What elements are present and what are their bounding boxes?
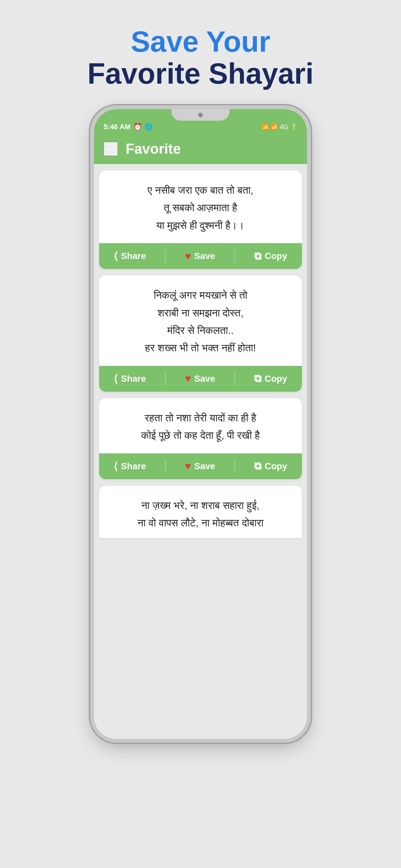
battery-icon: 🔋	[290, 123, 297, 130]
status-bar: 5:46 AM ⏰ 🌐 📶 📶 4G 🔋	[94, 109, 307, 135]
copy-button-2[interactable]: ⧉ Copy	[254, 373, 287, 384]
share-button-1[interactable]: ⟨ Share	[114, 250, 146, 262]
app-content: ए नसीब जरा एक बात तो बता, तू सबको आज़मात…	[94, 164, 307, 739]
alarm-icon: ⏰	[133, 123, 142, 131]
divider3	[165, 372, 166, 385]
shayari-actions-2: ⟨ Share ♥ Save ⧉ Copy	[99, 366, 302, 392]
status-right: 📶 📶 4G 🔋	[261, 123, 297, 131]
header-title: Favorite	[126, 141, 181, 157]
copy-button-1[interactable]: ⧉ Copy	[254, 250, 287, 262]
divider4	[235, 372, 235, 385]
shayari-text-4: ना ज़ख्म भरे, ना शराब सहारा हुई, ना वो व…	[99, 486, 302, 538]
share-button-3[interactable]: ⟨ Share	[114, 460, 146, 472]
heart-icon-1: ♥	[185, 250, 191, 262]
save-label-1: Save	[194, 251, 215, 261]
shayari-card-3: रहता तो नशा तेरी यादों का ही है कोई पूछे…	[99, 398, 302, 479]
share-label-1: Share	[121, 251, 146, 261]
notch	[172, 109, 229, 121]
copy-button-3[interactable]: ⧉ Copy	[254, 460, 287, 472]
shayari-text-1: ए नसीब जरा एक बात तो बता, तू सबको आज़मात…	[99, 170, 302, 243]
status-left: 5:46 AM ⏰ 🌐	[104, 123, 153, 131]
wifi-icon: 🌐	[145, 123, 153, 131]
copy-icon-3: ⧉	[254, 460, 261, 472]
share-label-2: Share	[121, 374, 146, 384]
copy-label-2: Copy	[265, 374, 287, 384]
divider2	[235, 250, 235, 262]
copy-label-3: Copy	[265, 461, 287, 471]
title-line1: Save Your	[88, 26, 313, 58]
phone-frame: 5:46 AM ⏰ 🌐 📶 📶 4G 🔋 ← Favorite ए नसीब ज…	[94, 109, 307, 739]
shayari-text-2: निकलूं अगर मयखाने से तो शराबी ना समझना द…	[99, 275, 302, 366]
time: 5:46 AM	[104, 123, 131, 131]
save-button-2[interactable]: ♥ Save	[185, 373, 215, 384]
shayari-card-4: ना ज़ख्म भरे, ना शराब सहारा हुई, ना वो व…	[99, 486, 302, 538]
divider	[165, 250, 166, 262]
page-title: Save Your Favorite Shayari	[88, 26, 313, 90]
share-icon-1: ⟨	[114, 250, 118, 262]
shayari-card-2: निकलूं अगर मयखाने से तो शराबी ना समझना द…	[99, 275, 302, 392]
share-icon-3: ⟨	[114, 460, 118, 472]
shayari-text-3: रहता तो नशा तेरी यादों का ही है कोई पूछे…	[99, 398, 302, 454]
save-button-3[interactable]: ♥ Save	[185, 460, 215, 472]
shayari-actions-1: ⟨ Share ♥ Save ⧉ Copy	[99, 243, 302, 269]
copy-label-1: Copy	[265, 251, 287, 261]
copy-icon-1: ⧉	[254, 250, 261, 262]
heart-icon-2: ♥	[185, 373, 191, 384]
divider5	[165, 460, 166, 473]
app-header: ← Favorite	[94, 135, 307, 164]
title-line2: Favorite Shayari	[88, 58, 313, 90]
share-button-2[interactable]: ⟨ Share	[114, 373, 146, 385]
shayari-actions-3: ⟨ Share ♥ Save ⧉ Copy	[99, 454, 302, 479]
share-icon-2: ⟨	[114, 373, 118, 385]
divider6	[235, 460, 235, 473]
back-button[interactable]: ←	[104, 142, 118, 156]
save-label-3: Save	[194, 461, 215, 471]
camera	[198, 113, 203, 117]
copy-icon-2: ⧉	[254, 373, 261, 384]
network-label: 4G	[280, 123, 288, 131]
signal-icon2: 📶	[271, 123, 278, 130]
shayari-card-1: ए नसीब जरा एक बात तो बता, तू सबको आज़मात…	[99, 170, 302, 269]
save-label-2: Save	[194, 374, 215, 384]
heart-icon-3: ♥	[185, 460, 191, 472]
share-label-3: Share	[121, 461, 146, 471]
save-button-1[interactable]: ♥ Save	[185, 250, 215, 262]
signal-icon: 📶	[261, 123, 269, 130]
